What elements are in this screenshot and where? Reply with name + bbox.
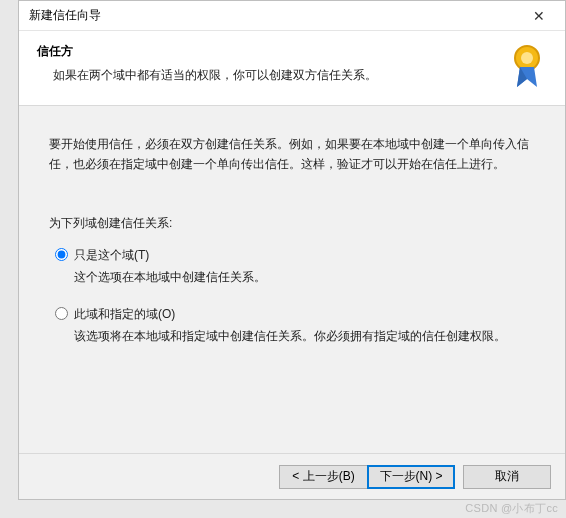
radio-input-this-domain[interactable] <box>55 248 68 261</box>
next-button[interactable]: 下一步(N) > <box>367 465 455 489</box>
wizard-dialog: 新建信任向导 ✕ 信任方 如果在两个域中都有适当的权限，你可以创建双方信任关系。… <box>18 0 566 500</box>
svg-point-1 <box>521 52 533 64</box>
wizard-footer: < 上一步(B) 下一步(N) > 取消 <box>19 453 565 499</box>
header-text-block: 信任方 如果在两个域中都有适当的权限，你可以创建双方信任关系。 <box>37 43 507 84</box>
radio-input-both-domains[interactable] <box>55 307 68 320</box>
radio-desc-this-domain: 这个选项在本地域中创建信任关系。 <box>74 268 266 287</box>
section-label: 为下列域创建信任关系: <box>49 215 535 232</box>
radio-option-both-domains[interactable]: 此域和指定的域(O) 该选项将在本地域和指定域中创建信任关系。你必须拥有指定域的… <box>55 305 535 346</box>
header-subtitle: 如果在两个域中都有适当的权限，你可以创建双方信任关系。 <box>53 66 507 84</box>
titlebar: 新建信任向导 ✕ <box>19 1 565 31</box>
radio-desc-both-domains: 该选项将在本地域和指定域中创建信任关系。你必须拥有指定域的信任创建权限。 <box>74 327 506 346</box>
close-button[interactable]: ✕ <box>519 2 559 30</box>
award-ribbon-icon <box>507 43 547 91</box>
window-title: 新建信任向导 <box>29 7 101 24</box>
header-heading: 信任方 <box>37 43 507 60</box>
instruction-text: 要开始使用信任，必须在双方创建信任关系。例如，如果要在本地域中创建一个单向传入信… <box>49 134 535 175</box>
wizard-content: 要开始使用信任，必须在双方创建信任关系。例如，如果要在本地域中创建一个单向传入信… <box>19 106 565 453</box>
watermark-text: CSDN @小布丁cc <box>465 501 558 516</box>
back-button[interactable]: < 上一步(B) <box>279 465 367 489</box>
radio-option-this-domain[interactable]: 只是这个域(T) 这个选项在本地域中创建信任关系。 <box>55 246 535 287</box>
radio-label-this-domain: 只是这个域(T) <box>74 246 266 264</box>
trust-side-radio-group: 只是这个域(T) 这个选项在本地域中创建信任关系。 此域和指定的域(O) 该选项… <box>55 246 535 346</box>
wizard-header: 信任方 如果在两个域中都有适当的权限，你可以创建双方信任关系。 <box>19 31 565 106</box>
radio-label-both-domains: 此域和指定的域(O) <box>74 305 506 323</box>
nav-button-pair: < 上一步(B) 下一步(N) > <box>279 465 455 489</box>
close-icon: ✕ <box>533 8 545 24</box>
cancel-button[interactable]: 取消 <box>463 465 551 489</box>
